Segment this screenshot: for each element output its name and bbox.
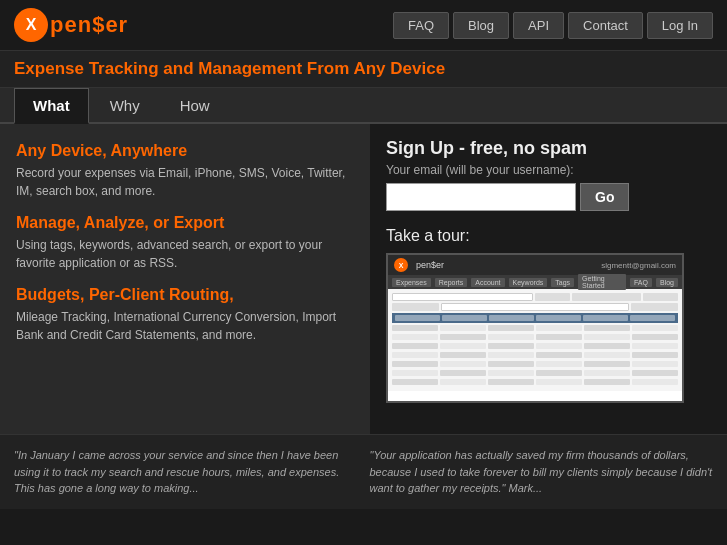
tour-screenshot: X pen$er slgmentt@gmail.com Expenses Rep… — [386, 253, 684, 403]
feature-2-title: Manage, Analyze, or Export — [16, 214, 354, 232]
contact-nav-button[interactable]: Contact — [568, 12, 643, 39]
logo-text: pen$er — [50, 12, 128, 38]
signup-title: Sign Up - free, no spam — [386, 138, 711, 159]
nav: FAQ Blog API Contact Log In — [393, 12, 713, 39]
right-panel: Sign Up - free, no spam Your email (will… — [370, 124, 727, 434]
testimonials: "In January I came across your service a… — [0, 434, 727, 509]
screenshot-nav-bar: Expenses Reports Account Keywords Tags G… — [388, 275, 682, 289]
tagline-bar: Expense Tracking and Management From Any… — [0, 51, 727, 88]
left-panel: Any Device, Anywhere Record your expense… — [0, 124, 370, 434]
screenshot-user-email: slgmentt@gmail.com — [601, 261, 676, 270]
testimonial-1: "In January I came across your service a… — [14, 447, 358, 497]
testimonial-2: "Your application has actually saved my … — [370, 447, 714, 497]
signup-form: Go — [386, 183, 711, 211]
screenshot-body — [388, 289, 682, 391]
login-nav-button[interactable]: Log In — [647, 12, 713, 39]
api-nav-button[interactable]: API — [513, 12, 564, 39]
screenshot-logo-icon: X — [394, 258, 408, 272]
feature-3-title: Budgets, Per-Client Routing, — [16, 286, 354, 304]
email-input[interactable] — [386, 183, 576, 211]
tour-title: Take a tour: — [386, 227, 711, 245]
tab-what[interactable]: What — [14, 88, 89, 124]
logo: X pen$er — [14, 8, 128, 42]
feature-2-desc: Using tags, keywords, advanced search, o… — [16, 236, 354, 272]
screenshot-header: X pen$er slgmentt@gmail.com — [388, 255, 682, 275]
feature-1-desc: Record your expenses via Email, iPhone, … — [16, 164, 354, 200]
go-button[interactable]: Go — [580, 183, 629, 211]
screenshot-logo-text: pen$er — [416, 260, 444, 270]
tab-why[interactable]: Why — [91, 88, 159, 122]
signup-label: Your email (will be your username): — [386, 163, 711, 177]
header: X pen$er FAQ Blog API Contact Log In — [0, 0, 727, 51]
tagline-text: Expense Tracking and Management From Any… — [14, 59, 713, 79]
feature-3-desc: Mileage Tracking, International Currency… — [16, 308, 354, 344]
logo-icon: X — [14, 8, 48, 42]
faq-nav-button[interactable]: FAQ — [393, 12, 449, 39]
tabs-bar: What Why How — [0, 88, 727, 124]
main-content: Any Device, Anywhere Record your expense… — [0, 124, 727, 434]
feature-1-title: Any Device, Anywhere — [16, 142, 354, 160]
blog-nav-button[interactable]: Blog — [453, 12, 509, 39]
tab-how[interactable]: How — [161, 88, 229, 122]
